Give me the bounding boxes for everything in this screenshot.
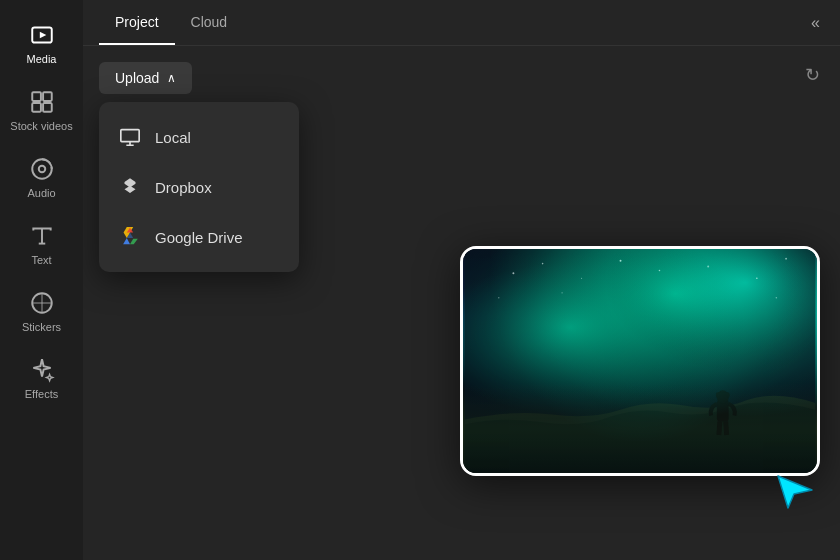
content-area: ↻ Upload ∧ Local Dropbox	[83, 46, 840, 560]
sidebar-item-label: Audio	[27, 187, 55, 199]
dropbox-icon	[119, 176, 141, 198]
tab-cloud[interactable]: Cloud	[175, 0, 244, 45]
svg-rect-5	[43, 103, 52, 112]
upload-gdrive-option[interactable]: Google Drive	[99, 212, 299, 262]
svg-point-16	[581, 278, 582, 279]
aurora-rays	[463, 249, 817, 473]
sidebar-item-stock-videos[interactable]: Stock videos	[0, 77, 83, 144]
upload-gdrive-label: Google Drive	[155, 229, 243, 246]
svg-rect-4	[32, 103, 41, 112]
collapse-button[interactable]: «	[807, 10, 824, 36]
sidebar-item-media[interactable]: Media	[0, 10, 83, 77]
svg-marker-1	[39, 32, 46, 39]
svg-point-18	[659, 270, 661, 272]
sidebar-item-label: Stock videos	[10, 120, 72, 132]
svg-point-24	[776, 297, 778, 299]
svg-rect-25	[465, 385, 816, 473]
svg-point-14	[512, 272, 514, 274]
upload-local-label: Local	[155, 129, 191, 146]
svg-rect-3	[43, 92, 52, 101]
stock-videos-icon	[29, 89, 55, 115]
main-content: Project Cloud « ↻ Upload ∧	[83, 0, 840, 560]
svg-marker-29	[778, 476, 812, 508]
svg-rect-28	[716, 392, 730, 398]
local-icon	[119, 126, 141, 148]
tab-project[interactable]: Project	[99, 0, 175, 45]
text-icon	[29, 223, 55, 249]
media-icon	[29, 22, 55, 48]
sidebar-item-text[interactable]: Text	[0, 211, 83, 278]
sidebar-item-label: Media	[27, 53, 57, 65]
sidebar-item-label: Effects	[25, 388, 58, 400]
aurora-background	[463, 249, 817, 473]
sidebar-item-stickers[interactable]: Stickers	[0, 278, 83, 345]
sidebar-item-audio[interactable]: Audio	[0, 144, 83, 211]
cursor-arrow-icon	[774, 468, 818, 512]
cursor-arrow	[774, 468, 818, 512]
google-drive-icon	[119, 226, 141, 248]
svg-rect-9	[121, 130, 139, 142]
audio-icon	[29, 156, 55, 182]
refresh-button[interactable]: ↻	[805, 64, 820, 86]
svg-point-15	[542, 263, 544, 265]
svg-rect-2	[32, 92, 41, 101]
sidebar-item-effects[interactable]: Effects	[0, 345, 83, 412]
upload-arrow-icon: ∧	[167, 71, 176, 85]
svg-point-7	[38, 166, 45, 173]
tabs-bar: Project Cloud «	[83, 0, 840, 46]
upload-local-option[interactable]: Local	[99, 112, 299, 162]
svg-point-22	[498, 297, 499, 298]
tabs-list: Project Cloud	[99, 0, 243, 45]
upload-button[interactable]: Upload ∧	[99, 62, 192, 94]
upload-dropbox-label: Dropbox	[155, 179, 212, 196]
svg-point-20	[756, 278, 757, 279]
effects-icon	[29, 357, 55, 383]
svg-point-19	[707, 266, 709, 268]
sidebar-item-label: Text	[31, 254, 51, 266]
svg-point-17	[620, 260, 622, 262]
upload-dropbox-option[interactable]: Dropbox	[99, 162, 299, 212]
upload-dropdown: Local Dropbox Google Drive	[99, 102, 299, 272]
aurora-image-card	[460, 246, 820, 476]
stickers-icon	[29, 290, 55, 316]
svg-point-21	[785, 258, 787, 260]
svg-point-23	[562, 292, 563, 293]
sidebar: Media Stock videos Audio Text St	[0, 0, 83, 560]
sidebar-item-label: Stickers	[22, 321, 61, 333]
